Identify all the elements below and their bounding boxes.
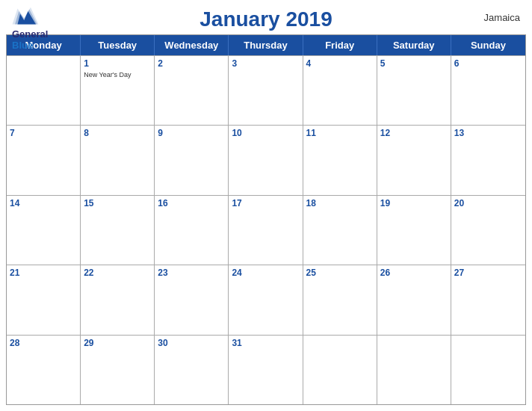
day-event: New Year's Day xyxy=(84,71,151,79)
day-cell-jan-10: 10 xyxy=(229,126,303,194)
day-headers-row: Monday Tuesday Wednesday Thursday Friday… xyxy=(7,35,525,55)
day-number: 18 xyxy=(306,198,374,210)
day-cell-jan-2: 2 xyxy=(155,56,229,125)
day-cell-jan-5: 5 xyxy=(377,56,451,125)
day-cell-jan-12: 12 xyxy=(377,126,451,194)
day-cell-jan-13: 13 xyxy=(451,126,525,194)
day-number: 20 xyxy=(454,198,522,210)
day-number: 22 xyxy=(84,268,151,279)
day-number: 29 xyxy=(84,338,151,350)
header-thursday: Thursday xyxy=(229,35,303,55)
day-number: 13 xyxy=(454,128,522,140)
day-cell-jan-26: 26 xyxy=(377,265,451,334)
day-cell-jan-3: 3 xyxy=(229,56,303,125)
day-number: 5 xyxy=(380,58,448,70)
logo: General Blue xyxy=(12,6,48,51)
day-cell-empty-1 xyxy=(7,56,81,125)
day-number: 16 xyxy=(158,198,225,210)
day-number: 31 xyxy=(232,338,299,350)
header-saturday: Saturday xyxy=(377,35,451,55)
day-number: 23 xyxy=(158,268,225,279)
day-number: 6 xyxy=(454,58,522,70)
day-number: 17 xyxy=(232,198,299,210)
day-number: 28 xyxy=(10,338,77,350)
logo-blue: Blue xyxy=(12,40,33,51)
week-row-2: 7 8 9 10 11 12 13 xyxy=(7,125,525,194)
day-number: 9 xyxy=(158,128,225,140)
week-row-3: 14 15 16 17 18 19 20 xyxy=(7,195,525,265)
day-cell-jan-7: 7 xyxy=(7,126,81,194)
day-cell-jan-20: 20 xyxy=(451,196,525,265)
day-cell-jan-17: 17 xyxy=(229,196,303,265)
day-number: 24 xyxy=(232,268,299,279)
day-number: 7 xyxy=(10,128,77,140)
week-row-1: 1 New Year's Day 2 3 4 5 6 xyxy=(7,55,525,125)
week-row-4: 21 22 23 24 25 26 27 xyxy=(7,265,525,334)
calendar-title: January 2019 xyxy=(200,7,332,31)
weeks-container: 1 New Year's Day 2 3 4 5 6 xyxy=(7,55,525,404)
day-cell-empty-2 xyxy=(303,336,377,404)
day-cell-empty-3 xyxy=(377,336,451,404)
day-cell-jan-14: 14 xyxy=(7,196,81,265)
day-cell-jan-16: 16 xyxy=(155,196,229,265)
day-cell-jan-22: 22 xyxy=(81,265,155,334)
day-number: 21 xyxy=(10,268,77,279)
day-cell-jan-31: 31 xyxy=(229,336,303,404)
day-cell-jan-23: 23 xyxy=(155,265,229,334)
header-wednesday: Wednesday xyxy=(155,35,229,55)
day-number: 10 xyxy=(232,128,299,140)
day-number: 2 xyxy=(158,58,225,70)
day-number: 15 xyxy=(84,198,151,210)
day-cell-jan-9: 9 xyxy=(155,126,229,194)
day-cell-jan-15: 15 xyxy=(81,196,155,265)
day-cell-jan-1: 1 New Year's Day xyxy=(81,56,155,125)
header-sunday: Sunday xyxy=(451,35,525,55)
day-number: 8 xyxy=(84,128,151,140)
day-number: 19 xyxy=(380,198,448,210)
header-friday: Friday xyxy=(303,35,377,55)
week-row-5: 28 29 30 31 xyxy=(7,335,525,404)
day-cell-jan-28: 28 xyxy=(7,336,81,404)
day-cell-empty-4 xyxy=(451,336,525,404)
header-tuesday: Tuesday xyxy=(81,35,155,55)
day-number: 12 xyxy=(380,128,448,140)
country-label: Jamaica xyxy=(484,12,520,23)
day-number: 14 xyxy=(10,198,77,210)
calendar-page: General Blue January 2019 Jamaica Monday… xyxy=(0,0,532,411)
day-cell-jan-11: 11 xyxy=(303,126,377,194)
day-number: 11 xyxy=(306,128,374,140)
day-number: 30 xyxy=(158,338,225,350)
day-number: 1 xyxy=(84,58,151,70)
day-cell-jan-27: 27 xyxy=(451,265,525,334)
day-cell-jan-30: 30 xyxy=(155,336,229,404)
day-number: 26 xyxy=(380,268,448,279)
calendar-header: General Blue January 2019 Jamaica xyxy=(0,0,532,34)
logo-general: General xyxy=(12,28,48,40)
day-number: 3 xyxy=(232,58,299,70)
day-number: 25 xyxy=(306,268,374,279)
day-cell-jan-21: 21 xyxy=(7,265,81,334)
calendar-grid: Monday Tuesday Wednesday Thursday Friday… xyxy=(6,34,526,405)
day-cell-jan-25: 25 xyxy=(303,265,377,334)
day-cell-jan-4: 4 xyxy=(303,56,377,125)
day-cell-jan-19: 19 xyxy=(377,196,451,265)
day-cell-jan-29: 29 xyxy=(81,336,155,404)
logo-icon xyxy=(12,6,39,27)
day-cell-jan-24: 24 xyxy=(229,265,303,334)
day-number: 27 xyxy=(454,268,522,279)
day-cell-jan-6: 6 xyxy=(451,56,525,125)
day-number: 4 xyxy=(306,58,374,70)
day-cell-jan-8: 8 xyxy=(81,126,155,194)
day-cell-jan-18: 18 xyxy=(303,196,377,265)
